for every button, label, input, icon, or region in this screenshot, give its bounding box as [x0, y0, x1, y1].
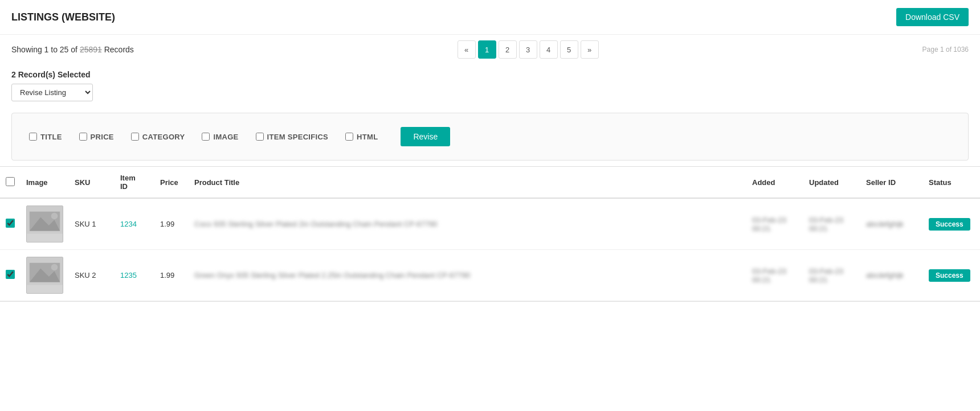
col-item-id: ItemID — [115, 167, 154, 198]
row-price: 1.99 — [154, 250, 189, 301]
table-header-row: Image SKU ItemID Price Product Title Add… — [0, 167, 980, 198]
pagination-next[interactable]: » — [581, 40, 599, 59]
col-sku: SKU — [69, 167, 115, 198]
title-checkbox[interactable] — [29, 133, 37, 141]
pagination-page-1[interactable]: 1 — [478, 40, 496, 59]
table-row: SKU 1 1234 1.99 Coco 935 Sterling Silver… — [0, 198, 980, 250]
product-title-text: Green Onyx 935 Sterling Silver Plated 2.… — [194, 271, 470, 280]
row-checkbox-cell[interactable] — [0, 250, 21, 301]
svg-rect-4 — [27, 233, 63, 242]
selected-label: 2 Record(s) Selected — [11, 70, 969, 79]
listings-table: Image SKU ItemID Price Product Title Add… — [0, 167, 980, 301]
col-product-title: Product Title — [189, 167, 746, 198]
col-price: Price — [154, 167, 189, 198]
col-seller-id: Seller ID — [860, 167, 923, 198]
product-title-text: Coco 935 Sterling Silver Plated 2in Outs… — [194, 220, 437, 228]
row-added: 03-Feb-23 00:21 — [746, 250, 803, 301]
row-status: Success — [923, 198, 980, 250]
revise-option-item-specifics[interactable]: ITEM SPECIFICS — [256, 133, 329, 141]
row-checkbox[interactable] — [6, 219, 15, 228]
page-info: Page 1 of 1036 — [922, 46, 969, 54]
row-item-id[interactable]: 1235 — [115, 250, 154, 301]
download-csv-button[interactable]: Download CSV — [896, 8, 969, 26]
col-select-all[interactable] — [0, 167, 21, 198]
svg-point-8 — [51, 264, 58, 271]
pagination: « 1 2 3 4 5 » — [458, 40, 599, 59]
image-checkbox[interactable] — [202, 133, 210, 141]
status-badge: Success — [929, 218, 970, 231]
col-added: Added — [746, 167, 803, 198]
pagination-page-3[interactable]: 3 — [519, 40, 537, 59]
records-info: Showing 1 to 25 of 25891 Records — [11, 45, 134, 54]
item-id-link[interactable]: 1234 — [120, 220, 137, 228]
revise-option-image[interactable]: IMAGE — [202, 133, 238, 141]
item-specifics-checkbox[interactable] — [256, 133, 264, 141]
listings-table-container: Image SKU ItemID Price Product Title Add… — [0, 166, 980, 302]
row-seller-id: abcdefghijk — [860, 250, 923, 301]
item-id-link[interactable]: 1235 — [120, 271, 137, 280]
row-product-title: Coco 935 Sterling Silver Plated 2in Outs… — [189, 198, 746, 250]
page-title: LISTINGS (WEBSITE) — [11, 11, 115, 23]
revise-option-price[interactable]: PRICE — [79, 133, 114, 141]
row-sku: SKU 2 — [69, 250, 115, 301]
row-product-title: Green Onyx 935 Sterling Silver Plated 2.… — [189, 250, 746, 301]
pagination-prev[interactable]: « — [458, 40, 476, 59]
row-price: 1.99 — [154, 198, 189, 250]
row-updated: 03-Feb-23 00:21 — [803, 250, 860, 301]
controls-bar: Showing 1 to 25 of 25891 Records « 1 2 3… — [0, 35, 980, 64]
svg-point-3 — [51, 213, 58, 220]
col-status: Status — [923, 167, 980, 198]
svg-rect-9 — [27, 285, 63, 293]
pagination-page-5[interactable]: 5 — [560, 40, 578, 59]
row-image-cell — [21, 198, 69, 250]
product-image — [26, 206, 63, 243]
price-checkbox[interactable] — [79, 133, 87, 141]
category-checkbox[interactable] — [131, 133, 139, 141]
revise-button[interactable]: Revise — [401, 127, 450, 146]
html-checkbox[interactable] — [345, 133, 353, 141]
product-image — [26, 257, 63, 294]
revise-option-category[interactable]: CATEGORY — [131, 133, 185, 141]
table-row: SKU 2 1235 1.99 Green Onyx 935 Sterling … — [0, 250, 980, 301]
status-badge: Success — [929, 269, 970, 282]
select-all-checkbox[interactable] — [6, 177, 15, 186]
revise-option-title[interactable]: TITLE — [29, 133, 62, 141]
row-updated: 03-Feb-23 00:21 — [803, 198, 860, 250]
row-sku: SKU 1 — [69, 198, 115, 250]
col-image: Image — [21, 167, 69, 198]
col-updated: Updated — [803, 167, 860, 198]
row-status: Success — [923, 250, 980, 301]
row-item-id[interactable]: 1234 — [115, 198, 154, 250]
pagination-page-4[interactable]: 4 — [540, 40, 558, 59]
pagination-page-2[interactable]: 2 — [499, 40, 517, 59]
row-checkbox[interactable] — [6, 270, 15, 279]
row-image-cell — [21, 250, 69, 301]
revise-options-panel: TITLE PRICE CATEGORY IMAGE ITEM SPECIFIC… — [11, 113, 969, 161]
row-checkbox-cell[interactable] — [0, 198, 21, 250]
header-bar: LISTINGS (WEBSITE) Download CSV — [0, 0, 980, 35]
row-seller-id: abcdefghijk — [860, 198, 923, 250]
revise-option-html[interactable]: HTML — [345, 133, 378, 141]
selection-bar: 2 Record(s) Selected Revise Listing Dele… — [0, 64, 980, 107]
row-added: 03-Feb-23 00:21 — [746, 198, 803, 250]
revise-listing-select[interactable]: Revise Listing Delete Listing End Listin… — [11, 84, 93, 101]
